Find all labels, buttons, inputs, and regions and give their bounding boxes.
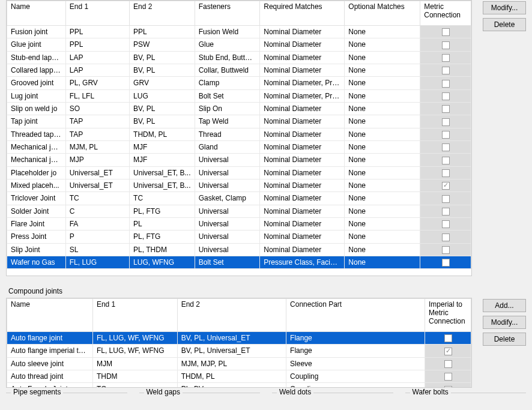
cell-required: Nominal Diameter xyxy=(260,140,345,153)
metric-checkbox[interactable] xyxy=(420,102,471,115)
table-row[interactable]: Glue jointPPLPSWGlueNominal DiameterNone xyxy=(7,38,471,51)
table-row[interactable]: Press JointPPL, FTGUniversalNominal Diam… xyxy=(7,231,471,243)
metric-checkbox[interactable] xyxy=(420,64,471,76)
table-row[interactable]: Auto flange jointFL, LUG, WF, WFNGBV, PL… xyxy=(7,332,471,345)
checkbox-icon xyxy=(442,28,450,36)
table-row[interactable]: Slip JointSLPL, THDMUniversalNominal Dia… xyxy=(7,243,471,256)
col-metric[interactable]: Metric Connection xyxy=(420,1,471,26)
cell-optional: None xyxy=(345,179,420,191)
table-row[interactable]: Collared lappe...LAPBV, PLCollar, Buttwe… xyxy=(7,64,471,76)
col2-metric[interactable]: Imperial to Metric Connection xyxy=(425,299,471,332)
metric-checkbox[interactable] xyxy=(420,154,471,166)
metric-checkbox[interactable] xyxy=(420,89,471,102)
metric-checkbox[interactable] xyxy=(425,357,471,370)
compound-table-wrapper[interactable]: Name End 1 End 2 Connection Part Imperia… xyxy=(6,298,472,388)
joints-table-wrapper[interactable]: Name End 1 End 2 Fasteners Required Matc… xyxy=(6,0,472,276)
checkbox-icon xyxy=(442,54,450,62)
cell-name: Glue joint xyxy=(7,38,66,51)
table-row[interactable]: Auto Ferrule JointTCPL, BVCoupling xyxy=(7,383,471,388)
metric-checkbox[interactable] xyxy=(420,179,471,191)
wafer-bolts-label: Wafer bolts xyxy=(410,388,451,396)
col2-part[interactable]: Connection Part xyxy=(286,299,425,332)
cell-end1: PPL xyxy=(65,26,129,38)
modify-button[interactable]: Modify... xyxy=(483,1,526,14)
metric-checkbox[interactable] xyxy=(425,383,471,388)
checkbox-icon xyxy=(442,259,450,267)
table-row[interactable]: Mechanical joi...MJPMJFUniversalNominal … xyxy=(7,154,471,166)
cell-fasteners: Thread xyxy=(195,128,260,140)
table-row[interactable]: Flare JointFAPLUniversalNominal Diameter… xyxy=(7,217,471,230)
cell-fasteners: Universal xyxy=(195,154,260,166)
table-row[interactable]: Mechanical jointMJM, PLMJFGlandNominal D… xyxy=(7,140,471,153)
table-row[interactable]: Wafer no GasFL, LUGLUG, WFNGBolt SetPres… xyxy=(7,256,471,268)
cell-fasteners: Universal xyxy=(195,217,260,230)
col-optional[interactable]: Optional Matches xyxy=(345,1,420,26)
table-row[interactable]: Mixed placeh...Universal_ETUniversal_ET,… xyxy=(7,179,471,191)
metric-checkbox[interactable] xyxy=(420,51,471,64)
table-row[interactable]: Solder JointCPL, FTGUniversalNominal Dia… xyxy=(7,205,471,217)
cell-end1: FL, LFL xyxy=(65,89,129,102)
cell-fasteners: Collar, Buttweld xyxy=(195,64,260,76)
col2-end2[interactable]: End 2 xyxy=(177,299,286,332)
metric-checkbox[interactable] xyxy=(420,166,471,179)
col-end2[interactable]: End 2 xyxy=(130,1,195,26)
cell-end2: PL xyxy=(130,217,195,230)
table-row[interactable]: Auto thread jointTHDMTHDM, PLCoupling xyxy=(7,370,471,382)
metric-checkbox[interactable] xyxy=(420,38,471,51)
cell-optional: None xyxy=(345,77,420,89)
table-row[interactable]: Auto flange imperial to ...FL, LUG, WF, … xyxy=(7,345,471,357)
metric-checkbox[interactable] xyxy=(420,205,471,217)
metric-checkbox[interactable] xyxy=(425,370,471,382)
cell-end2: THDM, PL xyxy=(130,128,195,140)
col-required[interactable]: Required Matches xyxy=(260,1,345,26)
wafer-bolts-group: Wafer bolts xyxy=(405,393,527,402)
metric-checkbox[interactable] xyxy=(420,243,471,256)
col2-end1[interactable]: End 1 xyxy=(92,299,177,332)
metric-checkbox[interactable] xyxy=(420,192,471,205)
delete-button-compound[interactable]: Delete xyxy=(483,333,526,346)
table-row[interactable]: Placeholder joUniversal_ETUniversal_ET, … xyxy=(7,166,471,179)
modify-button-compound[interactable]: Modify... xyxy=(483,316,526,329)
table-row[interactable]: Slip on weld joSOBV, PLSlip OnNominal Di… xyxy=(7,102,471,115)
cell-end2: BV, PL xyxy=(130,51,195,64)
add-button-compound[interactable]: Add... xyxy=(483,299,526,312)
cell-end2: Universal_ET, B... xyxy=(130,166,195,179)
metric-checkbox[interactable] xyxy=(420,256,471,268)
table-row[interactable]: Triclover JointTCTCGasket, ClampNominal … xyxy=(7,192,471,205)
metric-checkbox[interactable] xyxy=(420,140,471,153)
col-name[interactable]: Name xyxy=(7,1,66,26)
col-end1[interactable]: End 1 xyxy=(65,1,129,26)
cell-optional: None xyxy=(345,64,420,76)
cell-name: Stub-end lapp... xyxy=(7,51,66,64)
metric-checkbox[interactable] xyxy=(420,128,471,140)
metric-checkbox[interactable] xyxy=(425,332,471,345)
cell-end2: TC xyxy=(130,192,195,205)
cell-end1: FL, LUG, WF, WFNG xyxy=(92,345,177,357)
cell-fasteners: Universal xyxy=(195,231,260,243)
metric-checkbox[interactable] xyxy=(420,77,471,89)
joints-table: Name End 1 End 2 Fasteners Required Matc… xyxy=(7,1,471,269)
metric-checkbox[interactable] xyxy=(425,345,471,357)
table-row[interactable]: Tap jointTAPBV, PLTap WeldNominal Diamet… xyxy=(7,115,471,128)
table-row[interactable]: Stub-end lapp...LAPBV, PLStub End, Buttw… xyxy=(7,51,471,64)
metric-checkbox[interactable] xyxy=(420,217,471,230)
col2-name[interactable]: Name xyxy=(7,299,93,332)
metric-checkbox[interactable] xyxy=(420,115,471,128)
checkbox-icon xyxy=(442,169,450,177)
table-row[interactable]: Grooved jointPL, GRVGRVClampNominal Diam… xyxy=(7,77,471,89)
cell-name: Grooved joint xyxy=(7,77,66,89)
metric-checkbox[interactable] xyxy=(420,26,471,38)
cell-end1: Universal_ET xyxy=(65,179,129,191)
metric-checkbox[interactable] xyxy=(420,231,471,243)
table-row[interactable]: Lug jointFL, LFLLUGBolt SetNominal Diame… xyxy=(7,89,471,102)
checkbox-icon xyxy=(442,131,450,139)
table-row[interactable]: Fusion jointPPLPPLFusion WeldNominal Dia… xyxy=(7,26,471,38)
cell-fasteners: Universal xyxy=(195,243,260,256)
cell-optional: None xyxy=(345,128,420,140)
cell-end1: MJM, PL xyxy=(65,140,129,153)
col-fasteners[interactable]: Fasteners xyxy=(195,1,260,26)
cell-required: Nominal Diameter xyxy=(260,26,345,38)
table-row[interactable]: Threaded tap ...TAPTHDM, PLThreadNominal… xyxy=(7,128,471,140)
table-row[interactable]: Auto sleeve jointMJMMJM, MJP, PLSleeve xyxy=(7,357,471,370)
delete-button[interactable]: Delete xyxy=(483,18,526,31)
